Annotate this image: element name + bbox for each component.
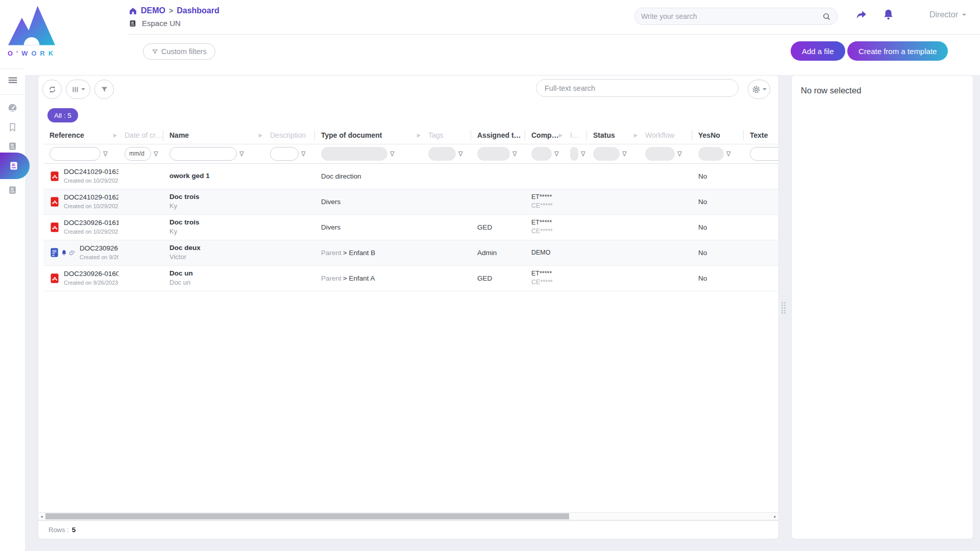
filter-funnel-icon[interactable]: ∇ (677, 151, 682, 157)
table-filter-button[interactable] (94, 80, 114, 99)
share-button[interactable] (854, 8, 868, 22)
chevron-down-icon (81, 88, 85, 92)
rows-label: Rows : (48, 526, 69, 534)
filter-yesno-select[interactable] (698, 147, 724, 161)
word-file-icon (50, 247, 59, 258)
columns-icon (71, 85, 80, 94)
column-header-reference[interactable]: Reference▶ (43, 127, 118, 144)
sidebar-item-space-1[interactable] (0, 141, 25, 151)
column-header-date[interactable]: Date of cr… (118, 127, 163, 144)
sidebar-menu-toggle[interactable] (0, 74, 25, 86)
pdf-file-icon (50, 170, 60, 182)
table-row[interactable]: DOC230926-01610-3Created on 10/29/2024 1… (43, 214, 778, 240)
filter-funnel-icon[interactable]: ∇ (554, 151, 559, 157)
breadcrumb: DEMO > Dashboard (129, 6, 219, 15)
table-row[interactable]: DOC241029-01635-0Created on 10/29/2024 1… (43, 163, 778, 189)
breadcrumb-current[interactable]: Dashboard (177, 6, 219, 15)
sidebar-item-space-2[interactable] (0, 185, 25, 195)
filter-funnel-icon[interactable]: ∇ (301, 151, 306, 157)
scroll-right-arrow[interactable]: ▸ (772, 513, 778, 520)
column-group-chevron-icon[interactable]: ▶ (259, 132, 262, 137)
sidebar-item-bookmarks[interactable] (0, 122, 25, 133)
chevron-down-icon (763, 88, 767, 92)
user-menu[interactable]: Director (929, 10, 966, 19)
global-search-input[interactable] (641, 12, 822, 20)
header-divider (129, 34, 980, 35)
filter-funnel-icon[interactable]: ∇ (512, 151, 517, 157)
gear-icon (751, 85, 761, 94)
column-group-chevron-icon[interactable]: ▶ (417, 132, 421, 137)
table-row[interactable]: DOC230926-01608-0Created on 9/26/2023 3:… (43, 265, 778, 291)
filter-funnel-icon[interactable]: ∇ (390, 151, 395, 157)
column-header-description[interactable]: Description (264, 127, 315, 144)
filter-funnel-icon[interactable]: ∇ (726, 151, 731, 157)
column-header-texte[interactable]: Texte (744, 127, 778, 144)
scrollbar-thumb[interactable] (45, 513, 569, 519)
column-group-chevron-icon[interactable]: ▶ (113, 132, 117, 137)
table-row[interactable]: DOC241029-01627-0Created on 10/29/2024 1… (43, 189, 778, 214)
owork-logo-text: O'WORK (8, 49, 57, 57)
columns-button[interactable] (66, 80, 90, 99)
refresh-icon (47, 85, 57, 94)
documents-table: Reference▶ Date of cr… Name▶ Description… (43, 127, 778, 512)
filter-i-select[interactable] (570, 147, 578, 161)
filter-type-select[interactable] (321, 147, 387, 161)
filter-company-select[interactable] (531, 147, 552, 161)
column-header-workflow[interactable]: Workflow (639, 127, 692, 144)
hamburger-icon (7, 74, 18, 86)
filter-texte-input[interactable] (750, 147, 778, 161)
filter-funnel-icon[interactable]: ∇ (103, 151, 108, 157)
create-from-template-button[interactable]: Create from a template (847, 41, 948, 61)
column-group-chevron-icon[interactable]: ▶ (559, 132, 562, 137)
filter-icon (152, 48, 158, 55)
pdf-file-icon (50, 272, 60, 284)
sidebar-item-dashboard[interactable] (0, 103, 25, 113)
owork-logo-icon (7, 3, 56, 48)
filter-funnel-icon[interactable]: ∇ (622, 151, 627, 157)
sidebar-item-space-active[interactable] (0, 153, 30, 179)
search-icon[interactable] (822, 12, 831, 21)
fulltext-search-input[interactable] (536, 79, 739, 97)
column-header-name[interactable]: Name▶ (163, 127, 264, 144)
column-group-chevron-icon[interactable]: ▶ (634, 132, 638, 137)
user-menu-label: Director (929, 10, 958, 19)
top-bar: O'WORK DEMO > Dashboard Espace UN Custom… (0, 0, 980, 75)
filter-tags-select[interactable] (428, 147, 456, 161)
filter-funnel-icon[interactable]: ∇ (458, 151, 463, 157)
chevron-down-icon (962, 14, 966, 18)
refresh-button[interactable] (42, 80, 62, 99)
breadcrumb-root[interactable]: DEMO (141, 6, 165, 15)
filter-reference-input[interactable] (50, 147, 101, 161)
column-header-company[interactable]: Comp…▶ (525, 127, 564, 144)
panel-resize-handle[interactable] (781, 302, 786, 314)
tab-all-badge[interactable]: All : 5 (47, 108, 78, 122)
custom-filters-button[interactable]: Custom filters (143, 43, 215, 60)
table-settings-button[interactable] (748, 80, 770, 99)
no-row-selected-message: No row selected (801, 86, 861, 95)
filter-funnel-icon[interactable]: ∇ (154, 151, 158, 157)
notifications-button[interactable] (882, 8, 895, 23)
column-header-type[interactable]: Type of document▶ (315, 127, 422, 144)
gauge-icon (7, 103, 18, 113)
filter-assigned-select[interactable] (477, 147, 510, 161)
column-header-yesno[interactable]: YesNo (692, 127, 744, 144)
scroll-left-arrow[interactable]: ◂ (38, 513, 45, 520)
filter-description-input[interactable] (270, 147, 299, 161)
filter-workflow-select[interactable] (645, 147, 675, 161)
add-file-button[interactable]: Add a file (791, 41, 845, 61)
filter-date-input[interactable]: mm/d (125, 147, 151, 161)
pdf-file-icon (50, 196, 60, 208)
home-icon[interactable] (129, 7, 137, 15)
horizontal-scrollbar[interactable]: ◂ ▸ (38, 512, 778, 520)
column-header-tags[interactable]: Tags (422, 127, 471, 144)
table-row[interactable]: DOC230926-01609-0Created on 9/26/2023 3:… (43, 240, 778, 265)
filter-status-select[interactable] (593, 147, 620, 161)
filter-name-input[interactable] (169, 147, 237, 161)
filter-funnel-icon[interactable]: ∇ (239, 151, 244, 157)
column-header-status[interactable]: Status▶ (587, 127, 639, 144)
detail-panel: No row selected (792, 76, 973, 539)
column-header-i[interactable]: I… (564, 127, 587, 144)
filter-funnel-icon[interactable]: ∇ (581, 151, 585, 157)
column-header-assigned[interactable]: Assigned t… (471, 127, 525, 144)
global-search (634, 8, 838, 25)
